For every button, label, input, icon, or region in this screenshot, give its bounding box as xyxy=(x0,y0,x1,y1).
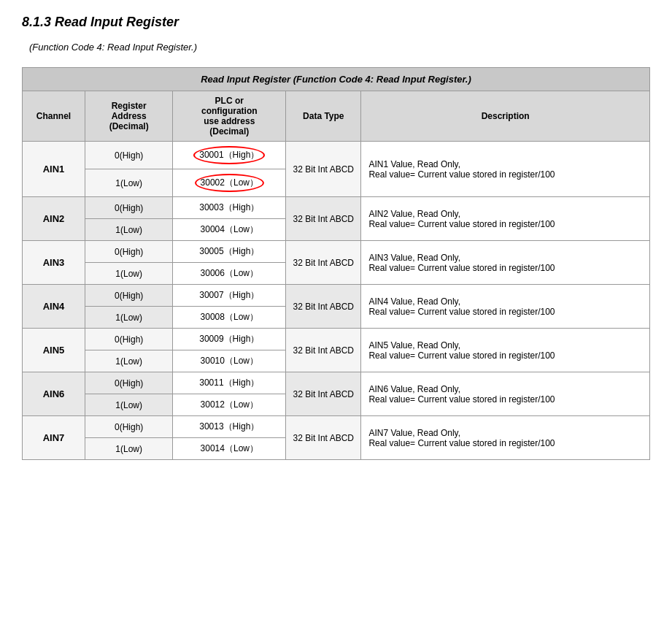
reg-addr-cell: 0(High) xyxy=(85,285,173,307)
plc-addr-cell: 30008（Low） xyxy=(173,307,286,329)
data-type-cell: 32 Bit Int ABCD xyxy=(286,285,361,329)
data-type-cell: 32 Bit Int ABCD xyxy=(286,197,361,241)
channel-cell: AIN1 xyxy=(23,142,85,197)
desc-cell: AIN1 Value, Read Only,Real value= Curren… xyxy=(361,142,650,197)
plc-addr-cell: 30004（Low） xyxy=(173,219,286,241)
table-row: AIN50(High)30009（High）32 Bit Int ABCDAIN… xyxy=(23,329,650,350)
plc-addr-cell: 30007（High） xyxy=(173,285,286,307)
page-subtitle: (Function Code 4: Read Input Register.) xyxy=(22,42,650,53)
reg-addr-cell: 1(Low) xyxy=(85,350,173,372)
register-table: Read Input Register (Function Code 4: Re… xyxy=(22,67,650,460)
plc-addr-cell: 30011（High） xyxy=(173,372,286,394)
data-type-cell: 32 Bit Int ABCD xyxy=(286,416,361,460)
data-type-cell: 32 Bit Int ABCD xyxy=(286,142,361,197)
plc-addr-cell: 30001（High） xyxy=(173,142,286,169)
channel-cell: AIN6 xyxy=(23,372,85,416)
data-type-cell: 32 Bit Int ABCD xyxy=(286,241,361,285)
plc-addr-cell: 30002（Low） xyxy=(173,169,286,197)
reg-addr-cell: 1(Low) xyxy=(85,394,173,416)
table-row: AIN20(High)30003（High）32 Bit Int ABCDAIN… xyxy=(23,197,650,219)
desc-cell: AIN7 Value, Read Only,Real value= Curren… xyxy=(361,416,650,460)
reg-addr-cell: 0(High) xyxy=(85,416,173,438)
data-type-cell: 32 Bit Int ABCD xyxy=(286,372,361,416)
reg-addr-cell: 0(High) xyxy=(85,142,173,169)
plc-addr-cell: 30012（Low） xyxy=(173,394,286,416)
col-datatype: Data Type xyxy=(286,91,361,142)
col-description: Description xyxy=(361,91,650,142)
reg-addr-cell: 1(Low) xyxy=(85,307,173,329)
channel-cell: AIN4 xyxy=(23,285,85,329)
plc-addr-cell: 30006（Low） xyxy=(173,263,286,285)
desc-cell: AIN4 Value, Read Only,Real value= Curren… xyxy=(361,285,650,329)
col-plc: PLC orconfigurationuse address(Decimal) xyxy=(173,91,286,142)
col-register: RegisterAddress(Decimal) xyxy=(85,91,173,142)
reg-addr-cell: 0(High) xyxy=(85,372,173,394)
reg-addr-cell: 1(Low) xyxy=(85,219,173,241)
channel-cell: AIN5 xyxy=(23,329,85,372)
channel-cell: AIN7 xyxy=(23,416,85,460)
desc-cell: AIN6 Value, Read Only,Real value= Curren… xyxy=(361,372,650,416)
plc-addr-cell: 30003（High） xyxy=(173,197,286,219)
plc-addr-cell: 30005（High） xyxy=(173,241,286,263)
circled-value: 30002（Low） xyxy=(195,174,264,192)
reg-addr-cell: 0(High) xyxy=(85,241,173,263)
plc-addr-cell: 30014（Low） xyxy=(173,438,286,460)
reg-addr-cell: 1(Low) xyxy=(85,263,173,285)
plc-addr-cell: 30013（High） xyxy=(173,416,286,438)
reg-addr-cell: 1(Low) xyxy=(85,169,173,197)
table-title: Read Input Register (Function Code 4: Re… xyxy=(23,68,650,91)
col-channel: Channel xyxy=(23,91,85,142)
table-row: AIN70(High)30013（High）32 Bit Int ABCDAIN… xyxy=(23,416,650,438)
plc-addr-cell: 30010（Low） xyxy=(173,350,286,372)
data-type-cell: 32 Bit Int ABCD xyxy=(286,329,361,372)
reg-addr-cell: 1(Low) xyxy=(85,438,173,460)
desc-cell: AIN5 Value, Read Only,Real value= Curren… xyxy=(361,329,650,372)
desc-cell: AIN3 Value, Read Only,Real value= Curren… xyxy=(361,241,650,285)
table-row: AIN10(High)30001（High）32 Bit Int ABCDAIN… xyxy=(23,142,650,169)
page-heading: 8.1.3 Read Input Register xyxy=(22,15,650,30)
plc-addr-cell: 30009（High） xyxy=(173,329,286,350)
channel-cell: AIN3 xyxy=(23,241,85,285)
reg-addr-cell: 0(High) xyxy=(85,197,173,219)
table-row: AIN30(High)30005（High）32 Bit Int ABCDAIN… xyxy=(23,241,650,263)
table-row: AIN40(High)30007（High）32 Bit Int ABCDAIN… xyxy=(23,285,650,307)
desc-cell: AIN2 Value, Read Only,Real value= Curren… xyxy=(361,197,650,241)
circled-value: 30001（High） xyxy=(193,146,265,164)
reg-addr-cell: 0(High) xyxy=(85,329,173,350)
table-row: AIN60(High)30011（High）32 Bit Int ABCDAIN… xyxy=(23,372,650,394)
channel-cell: AIN2 xyxy=(23,197,85,241)
